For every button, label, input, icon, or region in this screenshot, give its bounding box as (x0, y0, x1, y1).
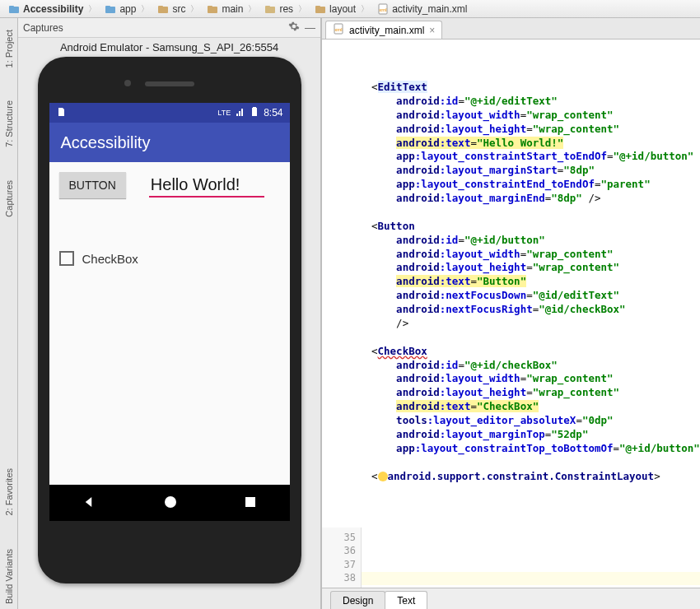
folder-icon (315, 3, 326, 15)
xml-file-icon: xml (333, 23, 344, 37)
captures-header: Captures — (18, 18, 320, 38)
tab-favorites[interactable]: 2: Favorites (4, 463, 14, 520)
sd-card-icon (56, 107, 66, 119)
tab-captures[interactable]: Captures (4, 175, 14, 222)
svg-rect-5 (158, 6, 163, 8)
svg-rect-1 (9, 6, 14, 8)
captures-panel: Captures — Android Emulator - Samsung_S_… (18, 18, 321, 609)
close-icon[interactable]: × (429, 25, 435, 36)
svg-rect-7 (208, 6, 212, 8)
app-title: Accessibility (61, 133, 151, 152)
svg-point-16 (165, 496, 176, 508)
code-editor: xml activity_main.xml × <EditText androi… (321, 18, 700, 609)
svg-rect-3 (105, 6, 110, 8)
checkbox-label: CheckBox (82, 252, 138, 266)
svg-rect-9 (265, 6, 270, 8)
nav-recent-icon[interactable] (244, 495, 257, 511)
chevron-right-icon: 〉 (139, 3, 151, 15)
crumb-label: src (172, 3, 185, 15)
editor-tab-label: activity_main.xml (349, 25, 424, 36)
crumb-label: activity_main.xml (392, 3, 467, 15)
crumb-app[interactable]: app〉 (101, 3, 154, 15)
nav-back-icon[interactable] (82, 495, 97, 512)
design-text-tabs: Design Text (322, 588, 700, 609)
xml-file-icon: xml (377, 3, 389, 15)
chevron-right-icon: 〉 (359, 3, 371, 15)
signal-icon (236, 107, 245, 119)
svg-rect-14 (252, 108, 257, 116)
crumb-layout[interactable]: layout〉 (311, 3, 374, 15)
android-nav-bar (49, 485, 290, 521)
crumb-project[interactable]: Accessibility〉 (5, 3, 101, 15)
tab-build-variants[interactable]: Build Variants (4, 544, 14, 609)
svg-rect-11 (315, 6, 320, 8)
chevron-right-icon: 〉 (189, 3, 200, 15)
lightbulb-icon[interactable] (378, 472, 388, 481)
tab-text[interactable]: Text (385, 591, 427, 609)
svg-text:xml: xml (334, 27, 342, 32)
tab-design[interactable]: Design (330, 591, 385, 609)
captures-title: Captures (23, 22, 63, 34)
phone-speaker-icon (145, 81, 194, 86)
folder-icon (8, 3, 20, 15)
gear-icon[interactable] (288, 21, 300, 35)
phone-frame: LTE 8:54 Accessibility BUTTON (38, 57, 301, 583)
breadcrumb-bar: Accessibility〉 app〉 src〉 main〉 res〉 layo… (0, 0, 700, 18)
crumb-label: Accessibility (23, 3, 83, 15)
tab-project[interactable]: 1: Project (4, 25, 14, 72)
tab-structure[interactable]: 7: Structure (4, 95, 14, 152)
clock-label: 8:54 (264, 107, 282, 119)
editor-tab-bar: xml activity_main.xml × (322, 18, 700, 40)
highlight-row (362, 572, 700, 585)
crumb-label: layout (329, 3, 356, 15)
folder-icon (105, 3, 116, 15)
phone-camera-icon (124, 80, 131, 86)
crumb-label: res (279, 3, 293, 15)
chevron-right-icon: 〉 (86, 3, 98, 15)
sample-edittext[interactable] (149, 174, 264, 198)
svg-rect-17 (245, 497, 255, 507)
code-area[interactable]: <EditText android:id="@+id/editText" and… (322, 40, 700, 588)
android-status-bar: LTE 8:54 (49, 103, 290, 123)
lte-label: LTE (217, 109, 231, 117)
emulator-title: Android Emulator - Samsung_S_API_26:5554 (18, 38, 320, 57)
crumb-label: app (119, 3, 136, 15)
folder-icon (157, 3, 169, 15)
crumb-label: main (222, 3, 243, 15)
app-content: BUTTON CheckBox (49, 162, 290, 276)
gutter: 35 36 37 38 (322, 528, 362, 588)
battery-icon (250, 107, 259, 119)
svg-rect-15 (253, 107, 256, 109)
app-bar: Accessibility (49, 123, 290, 162)
checkbox-icon[interactable] (59, 251, 74, 266)
phone-screen: LTE 8:54 Accessibility BUTTON (49, 103, 290, 521)
nav-home-icon[interactable] (163, 495, 178, 512)
crumb-file[interactable]: xml activity_main.xml (374, 3, 470, 15)
crumb-src[interactable]: src〉 (154, 3, 203, 15)
folder-icon (264, 3, 276, 15)
crumb-main[interactable]: main〉 (203, 3, 261, 15)
tool-window-tabs: 1: Project 7: Structure Captures 2: Favo… (0, 18, 18, 609)
svg-text:xml: xml (379, 7, 386, 12)
chevron-right-icon: 〉 (296, 3, 308, 15)
sample-checkbox-row[interactable]: CheckBox (59, 251, 280, 266)
sample-button[interactable]: BUTTON (59, 172, 126, 198)
chevron-right-icon: 〉 (246, 3, 258, 15)
folder-icon (207, 3, 218, 15)
hide-icon[interactable]: — (305, 21, 315, 34)
editor-tab[interactable]: xml activity_main.xml × (325, 21, 442, 39)
crumb-res[interactable]: res〉 (261, 3, 311, 15)
